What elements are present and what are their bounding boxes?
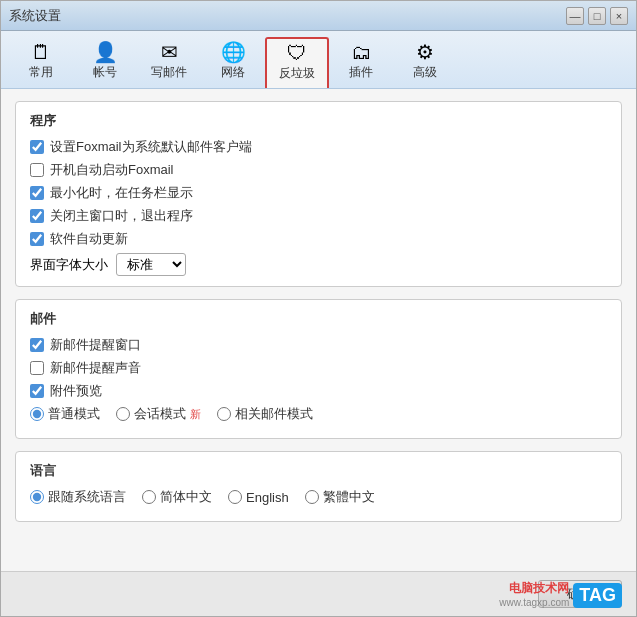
radio-lang-traditional[interactable] xyxy=(305,490,319,504)
tab-account-label: 帐号 xyxy=(93,64,117,81)
tab-network[interactable]: 🌐 网络 xyxy=(201,37,265,88)
radio-related-label: 相关邮件模式 xyxy=(235,405,313,423)
main-window: 系统设置 — □ × 🗒 常用 👤 帐号 ✉ 写邮件 🌐 网络 🛡 反垃圾 xyxy=(0,0,637,617)
checkbox-label-2: 开机自动启动Foxmail xyxy=(50,161,174,179)
account-icon: 👤 xyxy=(93,42,118,62)
language-section: 语言 跟随系统语言 简体中文 English 繁體中文 xyxy=(15,451,622,522)
tab-plugins[interactable]: 🗂 插件 xyxy=(329,37,393,88)
mail-checkbox-row-2: 新邮件提醒声音 xyxy=(30,359,607,377)
checkbox-minimize-tray[interactable] xyxy=(30,186,44,200)
plugins-icon: 🗂 xyxy=(351,42,371,62)
network-icon: 🌐 xyxy=(221,42,246,62)
window-title: 系统设置 xyxy=(9,7,566,25)
content-area: 程序 设置Foxmail为系统默认邮件客户端 开机自动启动Foxmail 最小化… xyxy=(1,89,636,571)
tab-compose-label: 写邮件 xyxy=(151,64,187,81)
mail-checkbox-label-3: 附件预览 xyxy=(50,382,102,400)
footer: 确定 电脑技术网 www.tagxp.com TAG xyxy=(1,571,636,616)
checkbox-attachment-preview[interactable] xyxy=(30,384,44,398)
lang-english: English xyxy=(228,490,289,505)
tab-spam[interactable]: 🛡 反垃圾 xyxy=(265,37,329,88)
maximize-button[interactable]: □ xyxy=(588,7,606,25)
checkbox-auto-start[interactable] xyxy=(30,163,44,177)
advanced-icon: ⚙ xyxy=(416,42,434,62)
mail-checkbox-label-2: 新邮件提醒声音 xyxy=(50,359,141,377)
radio-conversation-label: 会话模式 xyxy=(134,405,186,423)
compose-icon: ✉ xyxy=(161,42,178,62)
checkbox-auto-update[interactable] xyxy=(30,232,44,246)
checkbox-row-2: 开机自动启动Foxmail xyxy=(30,161,607,179)
mail-section: 邮件 新邮件提醒窗口 新邮件提醒声音 附件预览 普通模式 会话 xyxy=(15,299,622,439)
watermark-line2: www.tagxp.com xyxy=(499,597,569,608)
radio-conversation-mode[interactable] xyxy=(116,407,130,421)
lang-system-label: 跟随系统语言 xyxy=(48,488,126,506)
radio-normal-mode[interactable] xyxy=(30,407,44,421)
radio-related-mode[interactable] xyxy=(217,407,231,421)
lang-simplified: 简体中文 xyxy=(142,488,212,506)
checkbox-close-quit[interactable] xyxy=(30,209,44,223)
lang-simplified-label: 简体中文 xyxy=(160,488,212,506)
checkbox-label-3: 最小化时，在任务栏显示 xyxy=(50,184,193,202)
watermark-text: 电脑技术网 www.tagxp.com xyxy=(499,580,569,608)
mode-related: 相关邮件模式 xyxy=(217,405,313,423)
checkbox-new-mail-window[interactable] xyxy=(30,338,44,352)
checkbox-default-client[interactable] xyxy=(30,140,44,154)
tab-plugins-label: 插件 xyxy=(349,64,373,81)
mail-checkbox-row-1: 新邮件提醒窗口 xyxy=(30,336,607,354)
font-size-label: 界面字体大小 xyxy=(30,256,108,274)
spam-icon: 🛡 xyxy=(287,43,307,63)
lang-english-label: English xyxy=(246,490,289,505)
checkbox-row-5: 软件自动更新 xyxy=(30,230,607,248)
tag-badge: TAG xyxy=(573,583,622,608)
radio-lang-simplified[interactable] xyxy=(142,490,156,504)
radio-lang-english[interactable] xyxy=(228,490,242,504)
mode-radio-row: 普通模式 会话模式 新 相关邮件模式 xyxy=(30,405,607,423)
language-section-title: 语言 xyxy=(30,462,607,480)
checkbox-row-1: 设置Foxmail为系统默认邮件客户端 xyxy=(30,138,607,156)
tab-general[interactable]: 🗒 常用 xyxy=(9,37,73,88)
checkbox-label-1: 设置Foxmail为系统默认邮件客户端 xyxy=(50,138,252,156)
mode-normal: 普通模式 xyxy=(30,405,100,423)
checkbox-new-mail-sound[interactable] xyxy=(30,361,44,375)
font-size-row: 界面字体大小 小 标准 大 xyxy=(30,253,607,276)
program-section-title: 程序 xyxy=(30,112,607,130)
tab-general-label: 常用 xyxy=(29,64,53,81)
title-bar: 系统设置 — □ × xyxy=(1,1,636,31)
font-size-select[interactable]: 小 标准 大 xyxy=(116,253,186,276)
general-icon: 🗒 xyxy=(31,42,51,62)
watermark-line1: 电脑技术网 xyxy=(499,580,569,597)
mail-checkbox-row-3: 附件预览 xyxy=(30,382,607,400)
tab-account[interactable]: 👤 帐号 xyxy=(73,37,137,88)
tabs-bar: 🗒 常用 👤 帐号 ✉ 写邮件 🌐 网络 🛡 反垃圾 🗂 插件 ⚙ 高级 xyxy=(1,31,636,89)
checkbox-row-3: 最小化时，在任务栏显示 xyxy=(30,184,607,202)
language-radio-row: 跟随系统语言 简体中文 English 繁體中文 xyxy=(30,488,607,506)
minimize-button[interactable]: — xyxy=(566,7,584,25)
window-controls: — □ × xyxy=(566,7,628,25)
program-section: 程序 设置Foxmail为系统默认邮件客户端 开机自动启动Foxmail 最小化… xyxy=(15,101,622,287)
tab-advanced-label: 高级 xyxy=(413,64,437,81)
close-button[interactable]: × xyxy=(610,7,628,25)
new-badge: 新 xyxy=(190,407,201,422)
mail-section-title: 邮件 xyxy=(30,310,607,328)
radio-normal-label: 普通模式 xyxy=(48,405,100,423)
tab-compose[interactable]: ✉ 写邮件 xyxy=(137,37,201,88)
radio-lang-system[interactable] xyxy=(30,490,44,504)
lang-traditional-label: 繁體中文 xyxy=(323,488,375,506)
tab-advanced[interactable]: ⚙ 高级 xyxy=(393,37,457,88)
lang-system: 跟随系统语言 xyxy=(30,488,126,506)
watermark: 电脑技术网 www.tagxp.com TAG xyxy=(499,580,622,608)
checkbox-row-4: 关闭主窗口时，退出程序 xyxy=(30,207,607,225)
checkbox-label-5: 软件自动更新 xyxy=(50,230,128,248)
mode-conversation: 会话模式 新 xyxy=(116,405,201,423)
tab-network-label: 网络 xyxy=(221,64,245,81)
lang-traditional: 繁體中文 xyxy=(305,488,375,506)
tab-spam-label: 反垃圾 xyxy=(279,65,315,82)
checkbox-label-4: 关闭主窗口时，退出程序 xyxy=(50,207,193,225)
mail-checkbox-label-1: 新邮件提醒窗口 xyxy=(50,336,141,354)
